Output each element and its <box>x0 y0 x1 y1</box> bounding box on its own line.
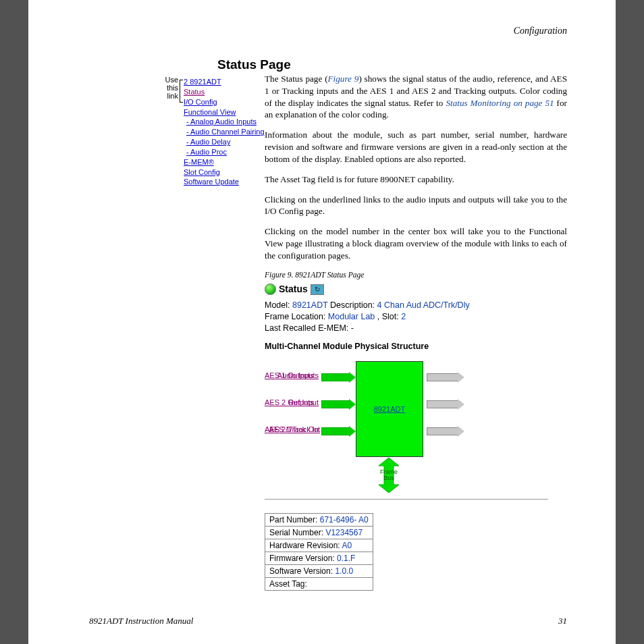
model-label: Model: <box>265 300 290 310</box>
block-diagram: 8921ADT Audio Inputs Ref Input AES 1/Tra… <box>265 354 548 503</box>
output-aes2track[interactable]: AES 2/Track Out <box>265 425 320 435</box>
table-row: Hardware Revision: A0 <box>265 539 373 552</box>
frame-value: Modular Lab <box>328 312 375 321</box>
figure-ref[interactable]: Figure 9 <box>328 74 359 84</box>
slot-label: , Slot: <box>377 312 399 321</box>
output-aes2[interactable]: AES 2 Outputs <box>265 398 314 408</box>
para-1: The Status page (Figure 9) shows the sig… <box>265 73 567 121</box>
arrow-out-2 <box>427 427 458 435</box>
arrow-out-0 <box>427 373 458 381</box>
refresh-icon[interactable]: ↻ <box>311 284 324 295</box>
status-led-icon <box>265 284 276 295</box>
slot-value: 2 <box>401 312 406 321</box>
nav-item-emem[interactable]: E-MEM® <box>184 158 214 166</box>
arrow-in-1 <box>321 400 350 408</box>
para-3: The Asset Tag field is for future 8900NE… <box>265 173 567 186</box>
diagram-divider <box>265 499 548 500</box>
nav-hint: Use this link <box>163 76 178 100</box>
module-box[interactable]: 8921ADT <box>356 361 423 457</box>
nav-item-slot[interactable]: Slot Config <box>184 168 220 176</box>
nav-item-analog[interactable]: - Analog Audio Inputs <box>186 117 257 126</box>
nav-item-functional[interactable]: Functional View <box>184 108 236 116</box>
nav-item-swupdate[interactable]: Software Update <box>184 178 239 186</box>
table-row: Software Version: 1.0.0 <box>265 565 373 578</box>
module-info-table: Part Number: 671-6496- A0 Serial Number:… <box>265 513 373 591</box>
table-row: Part Number: 671-6496- A0 <box>265 514 373 527</box>
figure-caption: Figure 9. 8921ADT Status Page <box>265 270 567 281</box>
frame-label: Frame Location: <box>265 312 325 321</box>
nav-item-status[interactable]: Status <box>184 88 205 96</box>
status-screenshot: Status ↻ Model: 8921ADT Description: 4 C… <box>265 283 567 503</box>
nav-item-pairing[interactable]: - Audio Channel Pairing <box>186 128 265 136</box>
nav-item-ioconfig[interactable]: I/O Config <box>184 98 217 106</box>
table-row: Asset Tag: <box>265 578 373 591</box>
emem-value: - <box>351 323 354 333</box>
arrow-out-1 <box>427 400 458 408</box>
status-monitoring-xref[interactable]: Status Monitoring on page 51 <box>446 98 554 108</box>
page-title: Status Page <box>217 57 291 72</box>
footer-page-number: 31 <box>558 616 567 626</box>
desc-label: Description: <box>330 300 375 310</box>
nav-list: 2 8921ADT Status I/O Config Functional V… <box>184 77 265 187</box>
nav-item-delay[interactable]: - Audio Delay <box>186 138 230 146</box>
nav-item-0[interactable]: 2 8921ADT <box>184 78 221 86</box>
section-header: Configuration <box>514 26 567 36</box>
table-row: Serial Number: V1234567 <box>265 527 373 539</box>
desc-value: 4 Chan Aud ADC/Trk/Dly <box>377 300 470 310</box>
frame-bus-arrow: Frame Bus <box>377 459 400 491</box>
arrow-in-2 <box>321 427 350 435</box>
nav-item-proc[interactable]: - Audio Proc <box>186 148 227 156</box>
model-value: 8921ADT <box>292 300 328 310</box>
para-5: Clicking on the model number in the cent… <box>265 225 567 261</box>
mcmps-heading: Multi-Channel Module Physical Structure <box>265 341 567 352</box>
table-row: Firmware Version: 0.1.F <box>265 552 373 565</box>
footer-manual-title: 8921ADT Instruction Manual <box>89 616 193 626</box>
arrow-in-0 <box>321 373 350 381</box>
status-heading: Status <box>279 283 308 296</box>
para-4: Clicking on the underlined links to the … <box>265 194 567 218</box>
emem-label: Last Recalled E-MEM: <box>265 323 348 333</box>
output-aes1[interactable]: AES 1 Outputs <box>265 371 314 381</box>
para-2: Information about the module, such as pa… <box>265 129 567 165</box>
nav-bracket <box>180 80 183 103</box>
